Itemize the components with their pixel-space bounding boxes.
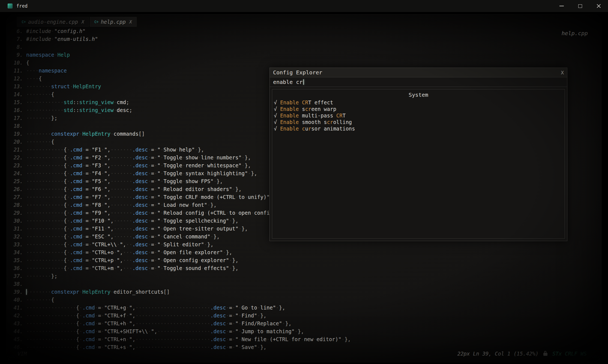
config-option[interactable]: √ Enable smooth scrolling: [274, 119, 563, 125]
code-line[interactable]: 42.················{·.cmd·=·"CTRL+f·",··…: [8, 312, 605, 320]
config-option[interactable]: √ Enable multi-pass CRT: [274, 112, 563, 119]
code-line[interactable]: 35.············{·.cmd·=·"CTRL+p·",···.de…: [8, 256, 605, 264]
line-number: 27.: [8, 193, 23, 201]
config-option[interactable]: √ Enable CRT effect: [274, 99, 563, 106]
match-highlight-text: CR: [336, 113, 343, 119]
option-label-text: T effect: [308, 99, 333, 105]
config-section-header: System: [272, 92, 565, 98]
editor-screen: C+audio-engine.cppXC+help.cppX help.cpp …: [0, 12, 608, 364]
line-number: 45.: [8, 335, 23, 343]
line-number: 29.: [8, 209, 23, 217]
line-number: 16.: [8, 106, 23, 114]
line-number: 14.: [8, 90, 23, 98]
code-line[interactable]: 41.················{·.cmd·=·"CTRL+g·",··…: [8, 304, 605, 312]
code-line[interactable]: 10.{: [8, 59, 605, 67]
option-label-text: een warp: [311, 106, 336, 112]
code-line[interactable]: 9.namespace·Help: [8, 51, 605, 59]
status-bar: VIM 22px Ln 39, Col 1 (15.42%) STx CRLF …: [17, 350, 587, 357]
checkbox-checked-icon[interactable]: √: [274, 119, 280, 125]
line-number: 23.: [8, 162, 23, 169]
code-line[interactable]: 40.········{: [8, 296, 605, 304]
option-label-text: smooth s: [302, 119, 327, 125]
line-number: 42.: [8, 312, 23, 320]
close-icon: [597, 4, 601, 8]
lock-icon: [543, 353, 547, 356]
match-highlight-text: r: [308, 126, 311, 132]
dialog-title: Config Explorer: [273, 69, 322, 76]
window-controls: [552, 0, 608, 12]
line-number: 26.: [8, 185, 23, 193]
config-option[interactable]: √ Enable screen warp: [274, 106, 563, 112]
config-items: √ Enable CRT effect√ Enable screen warp√…: [272, 98, 565, 132]
line-number: 21.: [8, 146, 23, 154]
code-line[interactable]: 44.················{·.cmd·=·"CTRL+SHIFT+…: [8, 327, 605, 335]
option-label-text: olling: [333, 119, 352, 125]
line-number: 11.: [8, 67, 23, 75]
line-number: 44.: [8, 327, 23, 335]
line-number: 18.: [8, 122, 23, 130]
config-list-panel: System √ Enable CRT effect√ Enable scree…: [272, 89, 565, 239]
line-number: 24.: [8, 169, 23, 177]
option-label-text: T: [343, 113, 346, 119]
line-number: 19.: [8, 130, 23, 138]
tab-audio-engine.cpp[interactable]: C+audio-engine.cppX: [17, 17, 89, 27]
line-number: 20.: [8, 138, 23, 146]
line-number: 12.: [8, 75, 23, 83]
checkbox-checked-icon[interactable]: √: [274, 126, 280, 132]
minimize-button[interactable]: [552, 0, 571, 12]
code-line[interactable]: 7.#include·"enum-utils.h": [8, 35, 605, 43]
line-number: 28.: [8, 201, 23, 209]
window-titlebar: fred: [0, 0, 608, 12]
line-number: 32.: [8, 233, 23, 241]
status-flags: STx CRLF WS: [552, 351, 587, 357]
line-number: 35.: [8, 256, 23, 264]
code-line[interactable]: 39.········constexpr·HelpEntry·editor_sh…: [8, 288, 605, 296]
match-highlight-text: Enable c: [280, 126, 305, 132]
checkbox-checked-icon[interactable]: √: [274, 113, 280, 119]
tab-close-button[interactable]: X: [129, 19, 132, 25]
config-explorer-dialog: Config Explorer X enable cr System √ Ena…: [269, 68, 567, 241]
config-option[interactable]: √ Enable cursor animations: [274, 125, 563, 132]
tab-close-button[interactable]: X: [82, 19, 84, 25]
tab-help.cpp[interactable]: C+help.cppX: [90, 17, 137, 27]
match-highlight-text: cr: [327, 119, 333, 125]
line-number: 34.: [8, 248, 23, 256]
line-number: 33.: [8, 241, 23, 248]
code-line[interactable]: 45.················{·.cmd·=·"CTRL+n·",··…: [8, 335, 605, 343]
line-number: 41.: [8, 304, 23, 312]
config-search-input[interactable]: enable cr: [270, 77, 567, 87]
code-line[interactable]: 33.············{·.cmd·=·"CTRL+\\·",··.de…: [8, 241, 605, 248]
line-number: 36.: [8, 264, 23, 272]
match-highlight-text: Enable CR: [280, 99, 308, 105]
match-highlight-text: Enable: [280, 113, 302, 119]
line-number: 31.: [8, 225, 23, 233]
option-label-text: sor animations: [311, 126, 355, 132]
minimize-icon: [559, 6, 564, 6]
match-highlight-text: Enable: [280, 119, 302, 125]
line-number: 39.: [8, 288, 23, 296]
dialog-titlebar: Config Explorer X: [270, 68, 567, 77]
dialog-close-button[interactable]: X: [561, 70, 564, 75]
checkbox-checked-icon[interactable]: √: [274, 99, 280, 105]
search-caret: [303, 79, 304, 85]
close-button[interactable]: [589, 0, 608, 12]
code-line[interactable]: 43.················{·.cmd·=·"CTRL+h·",··…: [8, 320, 605, 327]
code-line[interactable]: 36.············{·.cmd·=·"CTRL+m·",···.de…: [8, 264, 605, 272]
line-number: 22.: [8, 154, 23, 162]
code-line[interactable]: 37.········};: [8, 272, 605, 280]
code-line[interactable]: 6.#include·"config.h": [8, 27, 605, 35]
tab-label: help.cpp: [101, 19, 126, 25]
checkbox-checked-icon[interactable]: √: [274, 106, 280, 112]
line-number: 9.: [8, 51, 23, 59]
code-line[interactable]: 34.············{·.cmd·=·"CTRL+o·",···.de…: [8, 248, 605, 256]
cpp-file-icon: C+: [22, 20, 26, 24]
line-number: 13.: [8, 83, 23, 90]
line-number: 17.: [8, 114, 23, 122]
maximize-button[interactable]: [571, 0, 589, 12]
option-label-text: s: [302, 106, 305, 112]
code-line[interactable]: 38.: [8, 280, 605, 288]
line-number: 8.: [8, 43, 23, 51]
match-highlight-text: cr: [305, 106, 311, 112]
match-highlight-text: Enable: [280, 106, 302, 112]
code-line[interactable]: 8.: [8, 43, 605, 51]
